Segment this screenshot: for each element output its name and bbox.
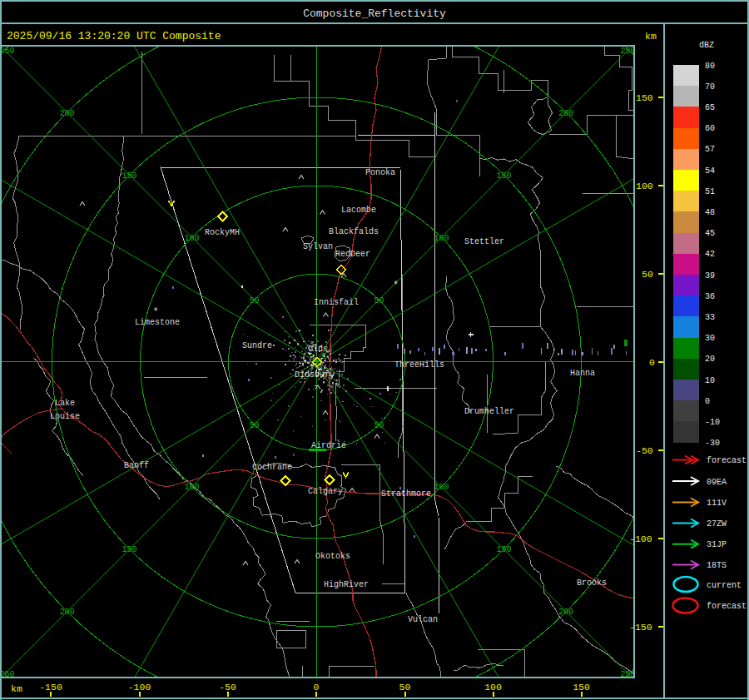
- svg-text:-30: -30: [705, 439, 720, 448]
- svg-text:33: 33: [705, 313, 715, 322]
- svg-text:0: 0: [649, 357, 655, 368]
- svg-text:*: *: [393, 280, 399, 291]
- svg-text:30: 30: [705, 334, 715, 343]
- svg-text:50: 50: [374, 421, 384, 430]
- svg-text:Innisfail: Innisfail: [314, 298, 359, 307]
- svg-text:100: 100: [185, 234, 200, 243]
- svg-text:Didsbury: Didsbury: [295, 370, 335, 380]
- svg-text:current: current: [707, 581, 742, 590]
- svg-text:Olds: Olds: [308, 345, 328, 354]
- svg-text:150: 150: [122, 545, 137, 554]
- svg-text:Blackfalds: Blackfalds: [329, 227, 379, 236]
- svg-text:50: 50: [399, 682, 411, 693]
- svg-text:50: 50: [642, 269, 653, 280]
- svg-text:Lake: Lake: [55, 399, 75, 408]
- svg-text:150: 150: [573, 682, 590, 693]
- svg-text:Brooks: Brooks: [577, 578, 607, 588]
- svg-text:Hanna: Hanna: [570, 369, 595, 378]
- svg-text:18TS: 18TS: [707, 561, 727, 570]
- svg-text:-100: -100: [629, 534, 652, 544]
- svg-text:45: 45: [705, 229, 715, 238]
- svg-text:10: 10: [705, 376, 715, 385]
- svg-text:Okotoks: Okotoks: [315, 552, 350, 561]
- svg-text:65: 65: [705, 103, 715, 112]
- svg-text:Limestone: Limestone: [135, 318, 180, 327]
- svg-text:100: 100: [484, 682, 502, 693]
- svg-text:Vulcan: Vulcan: [408, 615, 438, 624]
- svg-text:27ZW: 27ZW: [707, 519, 727, 529]
- svg-text:111V: 111V: [707, 499, 727, 508]
- svg-text:200: 200: [558, 608, 573, 617]
- svg-text:Drumheller: Drumheller: [464, 407, 514, 416]
- svg-text:200: 200: [60, 608, 75, 617]
- svg-text:forecast: forecast: [707, 456, 747, 465]
- svg-text:70: 70: [705, 82, 715, 92]
- svg-text:250: 250: [0, 47, 15, 56]
- svg-text:150: 150: [496, 545, 511, 554]
- svg-text:Banff: Banff: [124, 461, 149, 470]
- svg-text:Sylvan: Sylvan: [303, 242, 333, 251]
- svg-text:-150: -150: [39, 682, 62, 693]
- svg-text:50: 50: [374, 296, 384, 305]
- svg-text:-100: -100: [128, 682, 151, 693]
- svg-text:Ponoka: Ponoka: [365, 168, 395, 177]
- svg-text:km: km: [11, 683, 22, 694]
- svg-text:54: 54: [705, 166, 715, 176]
- svg-text:0: 0: [705, 397, 710, 406]
- svg-text:Stettler: Stettler: [464, 237, 504, 246]
- svg-text:Cochrane: Cochrane: [252, 463, 292, 472]
- svg-text:42: 42: [705, 250, 715, 259]
- svg-text:50: 50: [249, 296, 259, 305]
- svg-text:*: *: [152, 306, 158, 318]
- svg-text:RedDeer: RedDeer: [335, 250, 370, 259]
- svg-text:forecast: forecast: [707, 602, 747, 611]
- svg-text:100: 100: [434, 483, 449, 492]
- svg-text:250: 250: [620, 47, 635, 56]
- svg-text:31JP: 31JP: [707, 540, 727, 549]
- svg-text:51: 51: [705, 187, 715, 196]
- svg-text:km: km: [645, 31, 657, 42]
- svg-text:50: 50: [249, 421, 259, 430]
- svg-text:dBZ: dBZ: [699, 41, 714, 50]
- svg-text:Calgary: Calgary: [308, 487, 343, 496]
- svg-text:HighRiver: HighRiver: [324, 580, 369, 589]
- svg-text:150: 150: [496, 171, 511, 181]
- svg-text:100: 100: [636, 181, 653, 191]
- svg-text:Louise: Louise: [50, 412, 80, 421]
- svg-text:Strathmore: Strathmore: [381, 489, 431, 499]
- svg-text:ThreeHills: ThreeHills: [394, 360, 444, 370]
- svg-text:150: 150: [122, 171, 137, 181]
- svg-text:100: 100: [434, 234, 449, 243]
- svg-text:150: 150: [636, 92, 653, 103]
- svg-text:-10: -10: [705, 418, 720, 427]
- svg-text:57: 57: [705, 145, 715, 154]
- svg-text:200: 200: [60, 109, 75, 118]
- svg-text:Sundre: Sundre: [242, 341, 272, 350]
- svg-text:48: 48: [705, 208, 715, 217]
- svg-text:Airdrie: Airdrie: [311, 441, 346, 450]
- svg-text:-50: -50: [219, 682, 236, 693]
- svg-text:20: 20: [705, 355, 715, 364]
- svg-text:-50: -50: [636, 445, 653, 456]
- svg-text:39: 39: [705, 271, 715, 280]
- svg-text:60: 60: [705, 124, 715, 133]
- svg-text:36: 36: [705, 292, 715, 301]
- svg-text:-150: -150: [629, 622, 652, 633]
- svg-text:100: 100: [185, 483, 200, 492]
- svg-text:RockyMH: RockyMH: [205, 228, 240, 237]
- svg-text:Lacombe: Lacombe: [341, 206, 376, 215]
- svg-text:0: 0: [314, 682, 320, 693]
- svg-text:80: 80: [705, 62, 715, 71]
- svg-text:2025/09/16 13:20:20 UTC Compos: 2025/09/16 13:20:20 UTC Composite: [7, 30, 221, 42]
- svg-text:Composite_Reflectivity: Composite_Reflectivity: [303, 7, 446, 20]
- svg-text:200: 200: [558, 109, 573, 118]
- svg-text:09EA: 09EA: [707, 478, 727, 487]
